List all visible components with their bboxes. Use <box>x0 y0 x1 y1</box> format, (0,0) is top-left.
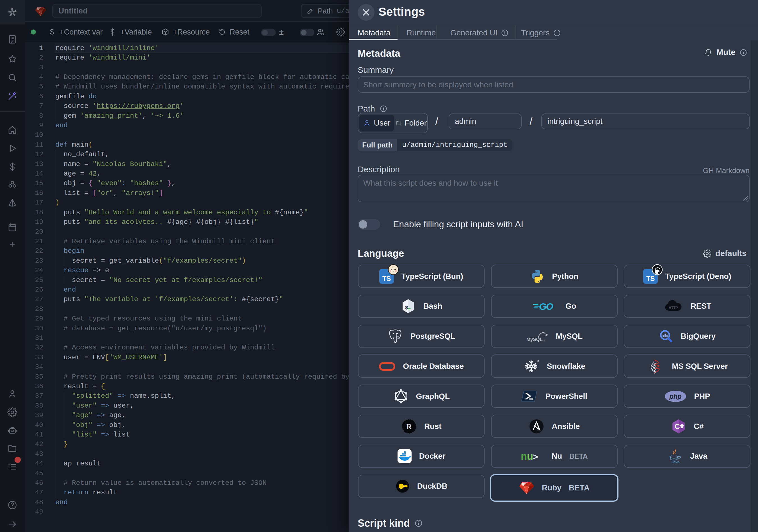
svg-text:HTTP: HTTP <box>669 305 678 310</box>
svg-text:u: u <box>527 450 533 462</box>
svg-text:GO: GO <box>539 301 553 312</box>
svg-text:C: C <box>674 422 680 431</box>
svg-text:n: n <box>521 450 527 462</box>
svg-text:TS: TS <box>646 275 655 282</box>
svg-text:TS: TS <box>382 275 391 282</box>
svg-text:MySQL: MySQL <box>526 337 543 342</box>
svg-text:R: R <box>406 422 412 431</box>
svg-text:>: > <box>533 452 538 462</box>
svg-text:Java: Java <box>672 460 680 463</box>
svg-text:$: $ <box>405 305 408 311</box>
svg-text:php: php <box>669 393 682 400</box>
